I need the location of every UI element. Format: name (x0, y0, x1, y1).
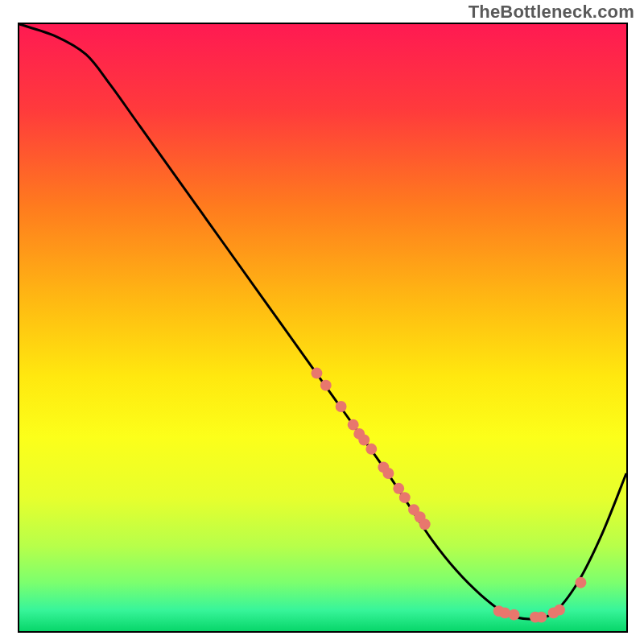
chart-container: TheBottleneck.com (0, 0, 644, 644)
bottleneck-curve (19, 24, 626, 619)
data-point (393, 483, 404, 494)
data-point (419, 518, 431, 530)
data-point (554, 605, 565, 616)
data-point (509, 609, 520, 621)
data-point (336, 401, 347, 412)
data-point (311, 368, 322, 379)
data-point (358, 435, 369, 446)
chart-overlay (19, 24, 626, 631)
data-point (382, 468, 394, 479)
data-point (575, 577, 586, 588)
data-point (348, 419, 359, 431)
data-point (320, 380, 332, 391)
data-point (535, 612, 547, 623)
watermark-text: TheBottleneck.com (469, 2, 634, 23)
dot-group (311, 368, 586, 623)
plot-area (18, 23, 628, 633)
data-point (399, 492, 411, 503)
data-point (365, 444, 377, 455)
